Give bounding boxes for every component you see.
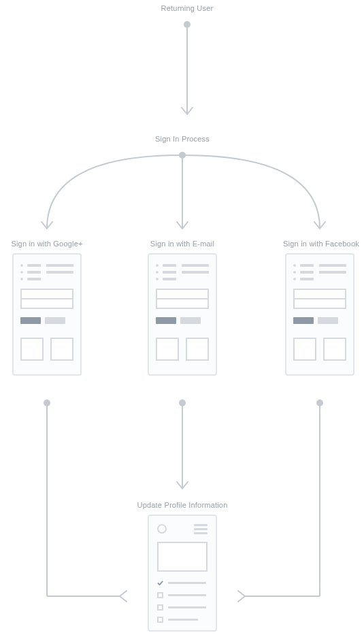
svg-point-2 — [179, 152, 186, 159]
wireframe-sign-in-email — [148, 253, 217, 376]
wireframe-sign-in-facebook — [285, 253, 354, 376]
label-update-profile: Update Profile Information — [137, 501, 228, 509]
label-sign-in-google: Sign in with Google+ — [11, 240, 82, 248]
svg-point-0 — [184, 21, 191, 28]
svg-point-4 — [179, 400, 186, 406]
image-placeholder — [157, 542, 208, 572]
checkbox-icon — [157, 592, 163, 598]
wireframe-update-profile — [148, 515, 217, 632]
label-sign-in-facebook: Sign in with Facebook — [283, 240, 359, 248]
wireframe-sign-in-google — [12, 253, 82, 376]
svg-point-9 — [316, 400, 323, 406]
hamburger-icon — [194, 524, 208, 526]
checkbox-icon — [157, 617, 163, 623]
checkbox-icon — [157, 604, 163, 610]
label-sign-in-process: Sign In Process — [155, 135, 210, 143]
label-returning-user: Returning User — [161, 4, 214, 12]
svg-point-6 — [44, 400, 50, 406]
checkmark-icon — [157, 580, 163, 586]
label-sign-in-email: Sign in with E-mail — [150, 240, 214, 248]
avatar-icon — [157, 524, 167, 534]
